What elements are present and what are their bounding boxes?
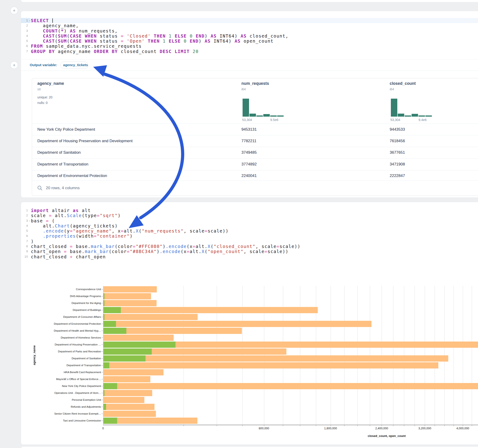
code-line[interactable]: 10chart_closed + chart_open [21,254,478,259]
line-number: 5 [21,38,30,44]
histogram-min-label: 53,304 [390,118,400,122]
add-block-button-middle[interactable]: + [10,61,18,69]
cell-value: 9443533 [390,127,405,132]
line-number: 3 [21,28,30,33]
code-text: import altair as alt [30,208,91,213]
code-text: SELECT [30,18,53,23]
line-number: 7 [21,239,30,244]
column-type: i64 [241,87,246,91]
notebook-page: + + 1˅SELECT 2 agency_name,3 COUNT(*) AS… [0,0,478,448]
column-type: str [37,87,41,91]
code-line[interactable]: 5 .encode(y="agency_name", x=alt.X("num_… [21,228,478,233]
sql-cell: 1˅SELECT 2 agency_name,3 COUNT(*) AS num… [21,11,478,198]
column-histogram[interactable] [243,99,284,117]
code-text: alt.Chart(agency_tickets) [30,223,118,228]
column-header: agency_name [37,81,64,86]
code-line[interactable]: 9chart_open = base.mark_bar(color="#8BC3… [21,249,478,254]
table-row[interactable]: Department of Sanitation37494853677651 [32,147,478,158]
add-block-button-top[interactable]: + [10,7,18,14]
sql-result-area: New York City Police Department945313194… [21,71,478,196]
line-number: 5 [21,228,30,233]
column-header: closed_count [390,81,416,86]
line-number: 1 [21,208,30,213]
histogram-min-label: 53,304 [242,118,252,122]
previous-cell-bottom-edge [21,0,478,2]
table-row[interactable]: Department of Housing Preservation and D… [32,135,478,147]
cell-agency-name: Department of Transportation [37,162,88,167]
cell-value: 3774892 [241,162,257,167]
code-line[interactable]: 6 .properties(width="container") [21,233,478,238]
next-cell-top-edge [21,446,478,448]
line-number: 6 [21,233,30,238]
code-line[interactable]: 7) [21,239,478,244]
code-line[interactable]: 2 agency_name, [21,23,478,28]
cell-value: 9453131 [241,127,257,132]
code-line[interactable]: 3 COUNT(*) AS num_requests, [21,28,478,33]
code-text: chart_closed = base.mark_bar(color="#FFC… [30,244,301,249]
code-line[interactable]: 6FROM sample_data.nyc.service_requests [21,44,478,49]
fold-chevron-icon[interactable]: ˅ [29,18,30,23]
output-variable-row: Output variable: agency_tickets [21,59,478,71]
cell-value: 2222847 [390,174,405,178]
fold-chevron-icon[interactable]: ˅ [29,218,30,224]
code-text: chart_open = base.mark_bar(color="#8BC34… [30,249,289,254]
line-number: 4 [21,223,30,228]
cell-agency-name: Department of Sanitation [37,150,81,155]
code-line[interactable]: 8chart_closed = base.mark_bar(color="#FF… [21,244,478,249]
cell-value: 7618456 [390,139,405,143]
code-text: agency_name, [30,23,79,28]
code-text: .encode(y="agency_name", x=alt.X("num_re… [30,228,228,233]
code-line[interactable]: 5 CAST(SUM(CASE WHEN status = 'Open' THE… [21,38,478,44]
code-text: GROUP BY agency_name ORDER BY closed_cou… [30,49,199,54]
cell-value: 7782211 [241,139,256,143]
line-number: 6 [21,44,30,49]
code-line[interactable]: 2scale = alt.Scale(type="sqrt") [21,213,478,218]
line-number: 1˅ [21,18,30,23]
table-row[interactable]: New York City Police Department945313194… [32,124,478,135]
table-row[interactable]: Department of Environmental Protection22… [32,170,478,182]
cell-value: 3677651 [390,150,405,155]
sql-code-editor[interactable]: 1˅SELECT 2 agency_name,3 COUNT(*) AS num… [21,11,478,59]
line-number: 4 [21,33,30,38]
python-code-editor[interactable]: 1import altair as alt2scale = alt.Scale(… [21,202,478,259]
code-text: COUNT(*) AS num_requests, [30,28,118,33]
table-footer: 20 rows, 4 columns [32,180,478,195]
table-row[interactable]: Department of Transportation377489234719… [32,158,478,170]
code-line[interactable]: 3˅base = ( [21,218,478,223]
code-text: ) [30,239,34,244]
line-number: 8 [21,244,30,249]
line-number: 2 [21,23,30,28]
code-text: CAST(SUM(CASE WHEN status = 'Open' THEN … [30,38,273,44]
code-line[interactable]: 4 CAST(SUM(CASE WHEN status = 'Closed' T… [21,33,478,38]
result-table: New York City Police Department945313194… [32,78,478,196]
code-line[interactable]: 1import altair as alt [21,208,478,213]
code-line[interactable]: 7GROUP BY agency_name ORDER BY closed_co… [21,49,478,54]
code-text: .properties(width="container") [30,233,133,238]
output-variable-badge[interactable]: agency_tickets [60,62,88,69]
column-stat: nulls: 0 [37,101,48,105]
cell-agency-name: Department of Environmental Protection [37,174,107,178]
column-header: num_requests [241,81,269,86]
output-variable-label: Output variable: [30,63,57,67]
code-text: chart_closed + chart_open [30,254,106,259]
text-cursor [52,19,53,23]
column-type: i64 [390,87,394,91]
cell-value: 2240041 [241,174,257,178]
code-line[interactable]: 4 alt.Chart(agency_tickets) [21,223,478,228]
line-number: 9 [21,249,30,254]
code-text: FROM sample_data.nyc.service_requests [30,44,142,49]
cell-agency-name: Department of Housing Preservation and D… [37,139,132,143]
line-number: 7 [21,49,30,54]
cell-value: 3471908 [390,162,405,167]
column-stat: unique: 20 [37,95,52,99]
column-histogram[interactable] [391,99,432,117]
code-text: base = ( [30,218,55,223]
search-icon[interactable] [37,185,43,191]
line-number: 3˅ [21,218,30,223]
code-text: scale = alt.Scale(type="sqrt") [30,213,121,218]
python-cell: 1import altair as alt2scale = alt.Scale(… [21,202,478,445]
line-number: 10 [21,254,30,259]
histogram-max-label: 9.5e6 [270,118,278,122]
code-text: CAST(SUM(CASE WHEN status = 'Closed' THE… [30,33,289,38]
code-line[interactable]: 1˅SELECT [21,18,478,23]
